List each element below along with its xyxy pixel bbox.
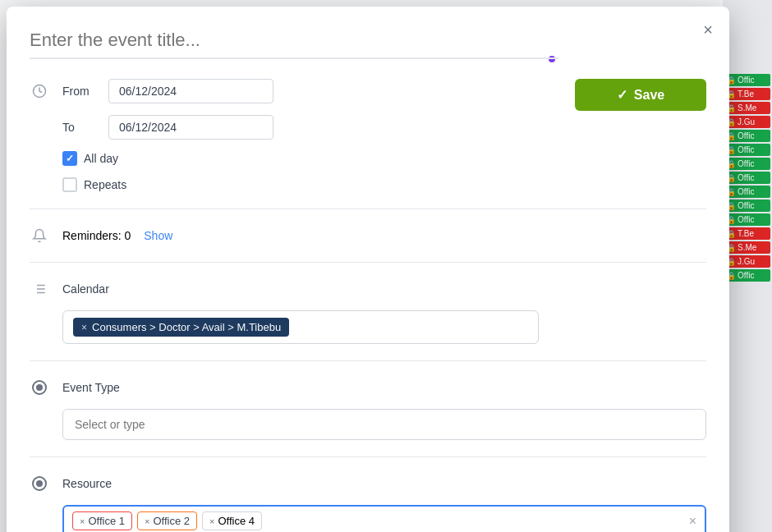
calendar-event-item: 🔒Offic: [724, 144, 770, 156]
resource-tag-1: × Office 1: [72, 511, 132, 530]
to-date-input[interactable]: [108, 115, 273, 140]
resource-label: Resource: [62, 477, 112, 490]
calendar-event-item: 🔒Offic: [724, 213, 770, 226]
calendar-event-item: 🔒Offic: [724, 172, 770, 184]
clock-icon: [30, 81, 49, 101]
calendar-event-item: 🔒Offic: [724, 186, 770, 198]
calendar-event-item: 🔒J.Gu: [724, 255, 770, 268]
repeats-row: Repeats: [62, 177, 706, 192]
event-type-label: Event Type: [62, 381, 120, 394]
save-button[interactable]: ✓ Save: [575, 79, 706, 111]
save-check-icon: ✓: [617, 87, 627, 103]
calendar-event-item: 🔒Offic: [724, 74, 770, 86]
divider-1: [30, 209, 706, 209]
resource-tag-1-label: Office 1: [88, 515, 125, 527]
calendar-event-item: 🔒Offic: [724, 158, 770, 170]
calendar-event-item: 🔒S.Me: [724, 241, 770, 254]
calendar-event-item: 🔒J.Gu: [724, 116, 770, 128]
calendar-tag-text: Consumers > Doctor > Avail > M.Tibebu: [92, 321, 281, 333]
event-type-radio-icon: [30, 378, 49, 397]
calendar-event-item: 🔒T.Be: [724, 227, 770, 240]
title-section: [30, 26, 558, 62]
checkbox-section: ✓ All day: [62, 151, 706, 166]
all-day-checkbox[interactable]: ✓: [62, 151, 77, 166]
calendar-event-item: 🔒Offic: [724, 130, 770, 142]
calendar-event-item: 🔒Offic: [724, 269, 770, 282]
all-day-label: All day: [84, 152, 118, 165]
event-type-row: Event Type: [30, 378, 706, 397]
event-type-selector-wrapper: [62, 409, 706, 440]
divider-3: [30, 360, 706, 361]
resource-tag-2-label: Office 2: [153, 515, 190, 527]
calendar-event-item: 🔒S.Me: [724, 102, 770, 114]
repeats-checkbox[interactable]: [62, 177, 77, 192]
from-label: From: [62, 85, 95, 98]
calendar-row: Calendar: [30, 279, 706, 299]
repeats-checkbox-label[interactable]: Repeats: [62, 177, 126, 192]
resource-clear-icon[interactable]: ×: [689, 514, 696, 529]
resource-row: Resource: [30, 474, 706, 493]
event-type-input[interactable]: [62, 409, 706, 440]
resource-radio-icon: [30, 474, 49, 493]
resource-tag-2-close-icon[interactable]: ×: [145, 516, 149, 526]
reminders-text: Reminders: 0: [62, 229, 131, 242]
divider-4: [30, 456, 706, 457]
calendar-label: Calendar: [62, 282, 109, 296]
event-title-input[interactable]: [30, 26, 558, 59]
resource-tag-3: × Office 4: [202, 511, 262, 530]
event-modal: × ✓ Save From To: [7, 7, 729, 532]
calendar-tag: × Consumers > Doctor > Avail > M.Tibebu: [73, 318, 289, 337]
resource-tag-3-label: Office 4: [218, 515, 255, 527]
bell-icon: [30, 226, 49, 245]
to-row: To: [30, 115, 706, 140]
to-spacer: [30, 117, 49, 137]
calendar-tag-close-icon[interactable]: ×: [81, 322, 87, 333]
all-day-check-icon: ✓: [66, 153, 74, 164]
resource-field-wrapper: × Office 1 × Office 2 × Office 4 ×: [62, 505, 706, 532]
resource-search-input[interactable]: [267, 513, 684, 530]
from-date-input[interactable]: [108, 79, 273, 103]
list-icon: [30, 279, 49, 299]
reminders-show-link[interactable]: Show: [144, 229, 172, 242]
calendar-event-item: 🔒T.Be: [724, 88, 770, 100]
resource-tag-1-close-icon[interactable]: ×: [80, 516, 85, 526]
resource-tag-2: × Office 2: [137, 511, 197, 530]
calendar-selector-wrapper: × Consumers > Doctor > Avail > M.Tibebu: [62, 310, 706, 344]
reminders-row: Reminders: 0 Show: [30, 226, 706, 245]
save-label: Save: [634, 88, 664, 103]
divider-2: [30, 262, 706, 263]
calendar-field[interactable]: × Consumers > Doctor > Avail > M.Tibebu: [62, 310, 539, 344]
all-day-checkbox-label[interactable]: ✓ All day: [62, 151, 118, 166]
calendar-events-panel: 🔒Offic🔒T.Be🔒S.Me🔒J.Gu🔒Offic🔒Offic🔒Offic🔒…: [723, 0, 772, 532]
repeats-label: Repeats: [84, 178, 126, 191]
resource-tag-3-close-icon[interactable]: ×: [209, 516, 214, 526]
calendar-event-item: 🔒Offic: [724, 200, 770, 212]
form-section: From To ✓ All day Repeats: [30, 79, 706, 532]
close-button[interactable]: ×: [700, 18, 716, 41]
to-label: To: [62, 121, 95, 134]
resource-field[interactable]: × Office 1 × Office 2 × Office 4 ×: [62, 505, 706, 532]
